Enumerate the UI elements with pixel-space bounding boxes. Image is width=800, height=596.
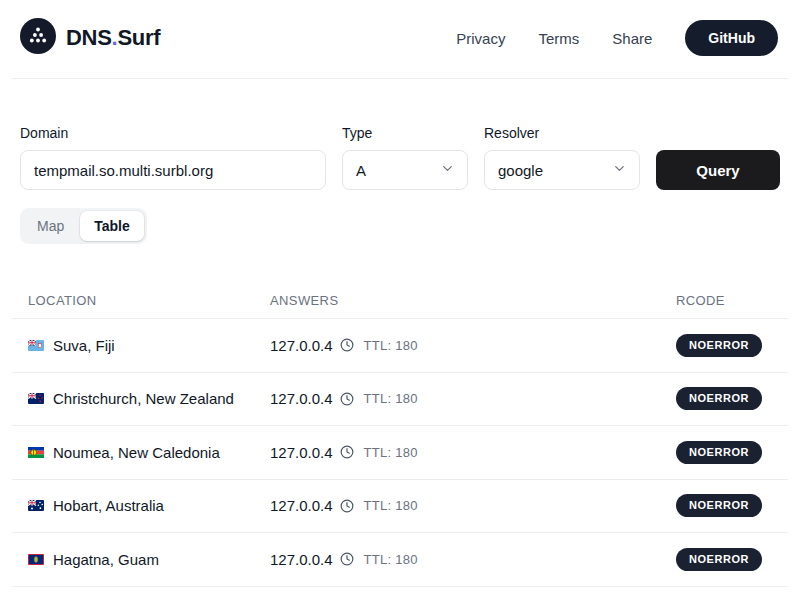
github-button[interactable]: GitHub bbox=[685, 20, 778, 56]
clock-icon[interactable] bbox=[340, 552, 354, 566]
table-row: Suva, Fiji127.0.0.4TTL: 180NOERROR bbox=[12, 319, 788, 373]
table-row: Hagatna, Guam127.0.0.4TTL: 180NOERROR bbox=[12, 533, 788, 587]
clock-icon[interactable] bbox=[340, 392, 354, 406]
answer-ip: 127.0.0.4 bbox=[270, 390, 333, 407]
nav-link-share[interactable]: Share bbox=[612, 30, 652, 47]
domain-label: Domain bbox=[20, 125, 326, 141]
chevron-down-icon bbox=[612, 161, 627, 179]
ttl-label: TTL: 180 bbox=[364, 445, 418, 460]
type-label: Type bbox=[342, 125, 468, 141]
answer-ip: 127.0.0.4 bbox=[270, 337, 333, 354]
new-zealand-flag bbox=[28, 393, 44, 404]
query-form: Domain Type A Resolver google Query bbox=[20, 125, 780, 190]
type-field-group: Type A bbox=[342, 125, 468, 190]
table-row: Noumea, New Caledonia127.0.0.4TTL: 180NO… bbox=[12, 426, 788, 480]
chevron-down-icon bbox=[440, 161, 455, 179]
location-label: Noumea, New Caledonia bbox=[53, 444, 220, 461]
answer-ip: 127.0.0.4 bbox=[270, 551, 333, 568]
brand-logo[interactable]: DNS.Surf bbox=[20, 18, 160, 58]
fiji-flag bbox=[28, 340, 44, 351]
dns-surf-logo-icon bbox=[20, 18, 56, 58]
guam-flag bbox=[28, 554, 44, 565]
rcode-badge: NOERROR bbox=[676, 494, 762, 517]
results-table: LOCATION ANSWERS RCODE Suva, Fiji127.0.0… bbox=[12, 282, 788, 587]
main-content: Domain Type A Resolver google Query Map bbox=[0, 125, 800, 587]
clock-icon[interactable] bbox=[340, 445, 354, 459]
header-divider bbox=[12, 78, 788, 79]
header: DNS.Surf Privacy Terms Share GitHub bbox=[0, 0, 800, 78]
column-header-rcode: RCODE bbox=[676, 293, 772, 308]
rcode-badge: NOERROR bbox=[676, 441, 762, 464]
rcode-badge: NOERROR bbox=[676, 334, 762, 357]
location-label: Hobart, Australia bbox=[53, 497, 164, 514]
resolver-label: Resolver bbox=[484, 125, 640, 141]
location-label: Hagatna, Guam bbox=[53, 551, 159, 568]
answer-ip: 127.0.0.4 bbox=[270, 444, 333, 461]
domain-input[interactable] bbox=[20, 150, 326, 190]
resolver-select-value: google bbox=[498, 162, 543, 179]
resolver-select[interactable]: google bbox=[484, 150, 640, 190]
ttl-label: TTL: 180 bbox=[364, 391, 418, 406]
rcode-badge: NOERROR bbox=[676, 387, 762, 410]
table-body: Suva, Fiji127.0.0.4TTL: 180NOERRORChrist… bbox=[12, 319, 788, 587]
ttl-label: TTL: 180 bbox=[364, 498, 418, 513]
rcode-badge: NOERROR bbox=[676, 548, 762, 571]
tab-map[interactable]: Map bbox=[23, 211, 78, 241]
type-select-value: A bbox=[356, 162, 366, 179]
table-header-row: LOCATION ANSWERS RCODE bbox=[12, 282, 788, 319]
table-row: Christchurch, New Zealand127.0.0.4TTL: 1… bbox=[12, 373, 788, 427]
type-select[interactable]: A bbox=[342, 150, 468, 190]
nav-link-terms[interactable]: Terms bbox=[538, 30, 579, 47]
view-toggle: Map Table bbox=[20, 208, 147, 244]
clock-icon[interactable] bbox=[340, 338, 354, 352]
location-label: Suva, Fiji bbox=[53, 337, 115, 354]
page-title: DNS.Surf bbox=[66, 25, 160, 51]
ttl-label: TTL: 180 bbox=[364, 552, 418, 567]
domain-field-group: Domain bbox=[20, 125, 326, 190]
australia-flag bbox=[28, 500, 44, 511]
top-nav: Privacy Terms Share GitHub bbox=[456, 20, 778, 56]
nav-link-privacy[interactable]: Privacy bbox=[456, 30, 505, 47]
column-header-location: LOCATION bbox=[28, 293, 270, 308]
query-button[interactable]: Query bbox=[656, 150, 780, 190]
location-label: Christchurch, New Zealand bbox=[53, 390, 234, 407]
ttl-label: TTL: 180 bbox=[364, 338, 418, 353]
answer-ip: 127.0.0.4 bbox=[270, 497, 333, 514]
table-row: Hobart, Australia127.0.0.4TTL: 180NOERRO… bbox=[12, 480, 788, 534]
new-caledonia-flag bbox=[28, 447, 44, 458]
tab-table[interactable]: Table bbox=[80, 211, 144, 241]
column-header-answers: ANSWERS bbox=[270, 293, 676, 308]
clock-icon[interactable] bbox=[340, 499, 354, 513]
resolver-field-group: Resolver google bbox=[484, 125, 640, 190]
